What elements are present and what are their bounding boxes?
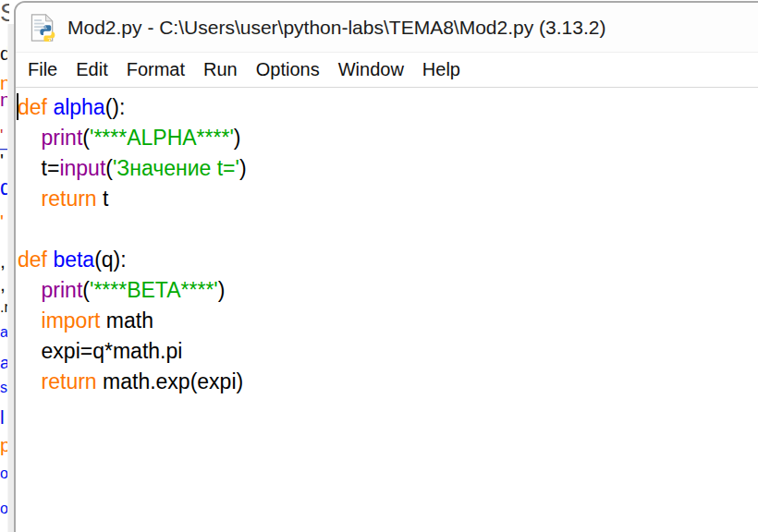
background-window-text-fragment: ' (0, 212, 4, 231)
background-window-text-fragment: S (0, 1, 9, 26)
code-token: ( (82, 126, 90, 150)
code-token: ( (105, 156, 113, 180)
code-line[interactable]: t=input('Значение t=') (18, 153, 758, 184)
code-token: return (42, 369, 97, 393)
background-window-text-fragment: ' (0, 151, 4, 170)
code-token: t (97, 187, 109, 211)
code-line[interactable]: print('****ALPHA****') (18, 123, 758, 153)
python-file-icon (28, 13, 57, 42)
code-token: ) (239, 156, 247, 180)
menu-item-format[interactable]: Format (117, 59, 194, 80)
code-editor[interactable]: def alpha(): print('****ALPHA****') t=in… (16, 88, 758, 532)
code-token: print (42, 126, 83, 150)
background-window-text-fragment: , (0, 251, 6, 271)
text-caret (17, 93, 18, 120)
code-token: math.exp(expi) (97, 369, 244, 393)
code-token: t= (18, 156, 59, 180)
window-title: Mod2.py - C:\Users\user\python-labs\TEMA… (67, 17, 605, 39)
code-token: ( (82, 278, 90, 302)
code-token: import (42, 308, 101, 332)
code-token: '****BETA****' (90, 278, 218, 302)
code-line[interactable]: print('****BETA****') (18, 275, 758, 306)
code-token: ) (234, 126, 241, 150)
code-token: math (100, 308, 153, 332)
menu-item-run[interactable]: Run (194, 59, 247, 80)
screen: Sdinn'_'d',,.racasylpococ (0, 0, 758, 532)
code-line[interactable] (18, 214, 758, 245)
code-token: print (42, 278, 83, 302)
menu-bar: File Edit Format Run Options Window Help (16, 53, 758, 88)
code-token: alpha (53, 95, 104, 119)
menu-item-edit[interactable]: Edit (67, 59, 116, 80)
code-token (18, 126, 42, 150)
code-line[interactable]: def alpha(): (18, 92, 758, 123)
code-token: def (18, 95, 47, 119)
code-token: '****ALPHA****' (90, 126, 234, 150)
background-window-text-fragment: , (0, 274, 6, 294)
menu-item-file[interactable]: File (18, 59, 67, 80)
background-window-text-fragment: l (0, 407, 5, 427)
code-token (18, 278, 42, 302)
code-line[interactable]: expi=q*math.pi (18, 336, 758, 367)
code-line[interactable]: import math (18, 306, 758, 336)
title-bar[interactable]: Mod2.py - C:\Users\user\python-labs\TEMA… (16, 3, 758, 53)
idle-editor-window: Mod2.py - C:\Users\user\python-labs\TEMA… (14, 1, 758, 532)
code-token: input (59, 156, 105, 180)
menu-item-options[interactable]: Options (247, 59, 329, 80)
code-token: return (42, 187, 97, 211)
code-token (18, 187, 42, 211)
code-token: ) (218, 278, 226, 302)
code-token: (): (105, 95, 126, 119)
code-line[interactable]: return math.exp(expi) (18, 367, 758, 397)
code-token: 'Значение t=' (113, 156, 239, 180)
menu-item-help[interactable]: Help (413, 59, 470, 80)
code-token: def (18, 248, 47, 272)
code-line[interactable]: def beta(q): (18, 245, 758, 275)
code-token: (q): (94, 248, 127, 272)
code-token (18, 308, 42, 332)
code-token: beta (53, 248, 94, 272)
code-token (18, 369, 42, 393)
code-line[interactable]: return t (18, 184, 758, 214)
menu-item-window[interactable]: Window (329, 59, 413, 80)
code-token: expi=q*math.pi (18, 339, 182, 363)
